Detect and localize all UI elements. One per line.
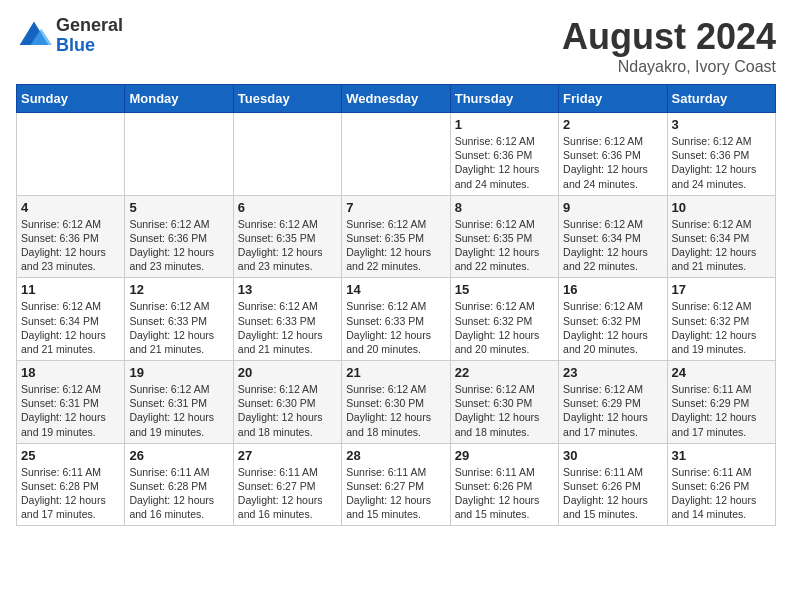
- calendar-day-cell: 13Sunrise: 6:12 AM Sunset: 6:33 PM Dayli…: [233, 278, 341, 361]
- calendar-week-row: 1Sunrise: 6:12 AM Sunset: 6:36 PM Daylig…: [17, 113, 776, 196]
- day-number: 28: [346, 448, 445, 463]
- day-detail: Sunrise: 6:11 AM Sunset: 6:26 PM Dayligh…: [563, 465, 662, 522]
- day-number: 17: [672, 282, 771, 297]
- day-detail: Sunrise: 6:12 AM Sunset: 6:36 PM Dayligh…: [672, 134, 771, 191]
- day-number: 25: [21, 448, 120, 463]
- day-detail: Sunrise: 6:12 AM Sunset: 6:33 PM Dayligh…: [346, 299, 445, 356]
- day-detail: Sunrise: 6:12 AM Sunset: 6:35 PM Dayligh…: [346, 217, 445, 274]
- calendar-day-cell: 4Sunrise: 6:12 AM Sunset: 6:36 PM Daylig…: [17, 195, 125, 278]
- logo: General Blue: [16, 16, 123, 56]
- logo-blue: Blue: [56, 36, 123, 56]
- calendar-day-cell: 9Sunrise: 6:12 AM Sunset: 6:34 PM Daylig…: [559, 195, 667, 278]
- day-detail: Sunrise: 6:12 AM Sunset: 6:36 PM Dayligh…: [563, 134, 662, 191]
- calendar-day-cell: 17Sunrise: 6:12 AM Sunset: 6:32 PM Dayli…: [667, 278, 775, 361]
- calendar-day-cell: 31Sunrise: 6:11 AM Sunset: 6:26 PM Dayli…: [667, 443, 775, 526]
- day-number: 2: [563, 117, 662, 132]
- calendar-day-header: Sunday: [17, 85, 125, 113]
- calendar-day-cell: 5Sunrise: 6:12 AM Sunset: 6:36 PM Daylig…: [125, 195, 233, 278]
- day-number: 13: [238, 282, 337, 297]
- calendar-day-cell: 2Sunrise: 6:12 AM Sunset: 6:36 PM Daylig…: [559, 113, 667, 196]
- calendar-day-cell: 3Sunrise: 6:12 AM Sunset: 6:36 PM Daylig…: [667, 113, 775, 196]
- day-detail: Sunrise: 6:12 AM Sunset: 6:36 PM Dayligh…: [129, 217, 228, 274]
- day-detail: Sunrise: 6:12 AM Sunset: 6:32 PM Dayligh…: [672, 299, 771, 356]
- calendar-day-cell: 22Sunrise: 6:12 AM Sunset: 6:30 PM Dayli…: [450, 361, 558, 444]
- day-number: 27: [238, 448, 337, 463]
- day-detail: Sunrise: 6:12 AM Sunset: 6:31 PM Dayligh…: [129, 382, 228, 439]
- calendar-day-cell: 14Sunrise: 6:12 AM Sunset: 6:33 PM Dayli…: [342, 278, 450, 361]
- day-detail: Sunrise: 6:12 AM Sunset: 6:36 PM Dayligh…: [21, 217, 120, 274]
- calendar-day-cell: 23Sunrise: 6:12 AM Sunset: 6:29 PM Dayli…: [559, 361, 667, 444]
- calendar-day-cell: 25Sunrise: 6:11 AM Sunset: 6:28 PM Dayli…: [17, 443, 125, 526]
- calendar-week-row: 11Sunrise: 6:12 AM Sunset: 6:34 PM Dayli…: [17, 278, 776, 361]
- day-detail: Sunrise: 6:11 AM Sunset: 6:28 PM Dayligh…: [21, 465, 120, 522]
- day-detail: Sunrise: 6:12 AM Sunset: 6:34 PM Dayligh…: [563, 217, 662, 274]
- day-number: 14: [346, 282, 445, 297]
- day-number: 18: [21, 365, 120, 380]
- day-number: 16: [563, 282, 662, 297]
- day-detail: Sunrise: 6:11 AM Sunset: 6:27 PM Dayligh…: [346, 465, 445, 522]
- main-title: August 2024: [562, 16, 776, 58]
- calendar-day-header: Tuesday: [233, 85, 341, 113]
- logo-general: General: [56, 16, 123, 36]
- day-detail: Sunrise: 6:12 AM Sunset: 6:31 PM Dayligh…: [21, 382, 120, 439]
- day-number: 11: [21, 282, 120, 297]
- calendar-header-row: SundayMondayTuesdayWednesdayThursdayFrid…: [17, 85, 776, 113]
- calendar-day-cell: 19Sunrise: 6:12 AM Sunset: 6:31 PM Dayli…: [125, 361, 233, 444]
- day-number: 31: [672, 448, 771, 463]
- calendar-day-header: Wednesday: [342, 85, 450, 113]
- calendar-day-cell: 28Sunrise: 6:11 AM Sunset: 6:27 PM Dayli…: [342, 443, 450, 526]
- day-number: 24: [672, 365, 771, 380]
- calendar-day-header: Thursday: [450, 85, 558, 113]
- calendar-day-cell: 8Sunrise: 6:12 AM Sunset: 6:35 PM Daylig…: [450, 195, 558, 278]
- day-detail: Sunrise: 6:12 AM Sunset: 6:32 PM Dayligh…: [455, 299, 554, 356]
- day-detail: Sunrise: 6:12 AM Sunset: 6:30 PM Dayligh…: [238, 382, 337, 439]
- day-detail: Sunrise: 6:11 AM Sunset: 6:29 PM Dayligh…: [672, 382, 771, 439]
- calendar-day-cell: 16Sunrise: 6:12 AM Sunset: 6:32 PM Dayli…: [559, 278, 667, 361]
- calendar-week-row: 25Sunrise: 6:11 AM Sunset: 6:28 PM Dayli…: [17, 443, 776, 526]
- day-number: 12: [129, 282, 228, 297]
- day-number: 19: [129, 365, 228, 380]
- day-detail: Sunrise: 6:12 AM Sunset: 6:34 PM Dayligh…: [21, 299, 120, 356]
- day-number: 23: [563, 365, 662, 380]
- calendar-day-cell: 10Sunrise: 6:12 AM Sunset: 6:34 PM Dayli…: [667, 195, 775, 278]
- day-detail: Sunrise: 6:12 AM Sunset: 6:30 PM Dayligh…: [455, 382, 554, 439]
- day-number: 4: [21, 200, 120, 215]
- subtitle: Ndayakro, Ivory Coast: [562, 58, 776, 76]
- day-detail: Sunrise: 6:12 AM Sunset: 6:35 PM Dayligh…: [455, 217, 554, 274]
- calendar-day-cell: 18Sunrise: 6:12 AM Sunset: 6:31 PM Dayli…: [17, 361, 125, 444]
- calendar-week-row: 18Sunrise: 6:12 AM Sunset: 6:31 PM Dayli…: [17, 361, 776, 444]
- title-area: August 2024 Ndayakro, Ivory Coast: [562, 16, 776, 76]
- day-number: 3: [672, 117, 771, 132]
- calendar-day-cell: [125, 113, 233, 196]
- calendar-day-cell: [342, 113, 450, 196]
- day-detail: Sunrise: 6:11 AM Sunset: 6:27 PM Dayligh…: [238, 465, 337, 522]
- day-detail: Sunrise: 6:11 AM Sunset: 6:28 PM Dayligh…: [129, 465, 228, 522]
- calendar-day-cell: 20Sunrise: 6:12 AM Sunset: 6:30 PM Dayli…: [233, 361, 341, 444]
- calendar-day-cell: 21Sunrise: 6:12 AM Sunset: 6:30 PM Dayli…: [342, 361, 450, 444]
- calendar-day-cell: 15Sunrise: 6:12 AM Sunset: 6:32 PM Dayli…: [450, 278, 558, 361]
- day-number: 5: [129, 200, 228, 215]
- day-detail: Sunrise: 6:12 AM Sunset: 6:30 PM Dayligh…: [346, 382, 445, 439]
- day-number: 30: [563, 448, 662, 463]
- day-number: 10: [672, 200, 771, 215]
- header: General Blue August 2024 Ndayakro, Ivory…: [16, 16, 776, 76]
- day-number: 21: [346, 365, 445, 380]
- calendar-day-header: Monday: [125, 85, 233, 113]
- day-detail: Sunrise: 6:11 AM Sunset: 6:26 PM Dayligh…: [672, 465, 771, 522]
- calendar-day-cell: 26Sunrise: 6:11 AM Sunset: 6:28 PM Dayli…: [125, 443, 233, 526]
- calendar-day-cell: [233, 113, 341, 196]
- day-detail: Sunrise: 6:12 AM Sunset: 6:33 PM Dayligh…: [238, 299, 337, 356]
- calendar-day-cell: 27Sunrise: 6:11 AM Sunset: 6:27 PM Dayli…: [233, 443, 341, 526]
- logo-icon: [16, 18, 52, 54]
- day-number: 1: [455, 117, 554, 132]
- day-number: 6: [238, 200, 337, 215]
- day-number: 22: [455, 365, 554, 380]
- day-number: 20: [238, 365, 337, 380]
- day-number: 9: [563, 200, 662, 215]
- calendar-day-cell: 24Sunrise: 6:11 AM Sunset: 6:29 PM Dayli…: [667, 361, 775, 444]
- calendar-week-row: 4Sunrise: 6:12 AM Sunset: 6:36 PM Daylig…: [17, 195, 776, 278]
- day-number: 8: [455, 200, 554, 215]
- day-number: 7: [346, 200, 445, 215]
- calendar-day-cell: 30Sunrise: 6:11 AM Sunset: 6:26 PM Dayli…: [559, 443, 667, 526]
- calendar-day-cell: 7Sunrise: 6:12 AM Sunset: 6:35 PM Daylig…: [342, 195, 450, 278]
